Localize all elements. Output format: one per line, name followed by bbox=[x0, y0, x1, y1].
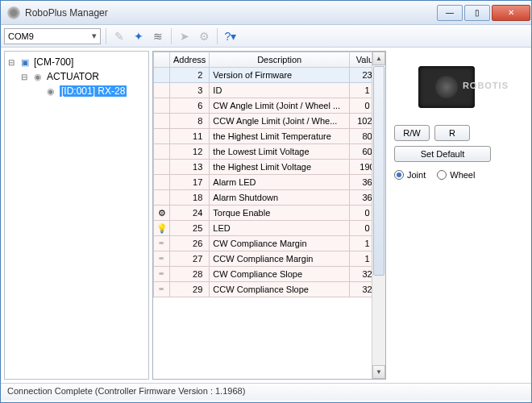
joint-label: Joint bbox=[407, 170, 426, 180]
row-icon bbox=[154, 83, 170, 98]
cell-description: CCW Compliance Margin bbox=[210, 251, 350, 267]
table-row[interactable]: 8CCW Angle Limit (Joint / Whe...1023 bbox=[154, 114, 385, 129]
scroll-down-icon[interactable]: ▼ bbox=[372, 365, 385, 379]
tree-actuator[interactable]: ⊟ ◉ ACTUATOR bbox=[6, 69, 147, 84]
table-row[interactable]: ≡26CW Compliance Margin1 bbox=[154, 236, 385, 251]
collapse-icon[interactable]: ⊟ bbox=[19, 73, 29, 81]
tree-actuator-label: ACTUATOR bbox=[47, 71, 99, 82]
row-icon bbox=[154, 175, 170, 190]
row-icon: ⚙ bbox=[154, 206, 170, 221]
row-icon bbox=[154, 68, 170, 83]
vertical-scrollbar[interactable]: ▲ ▼ bbox=[372, 52, 385, 379]
joint-radio[interactable]: Joint bbox=[394, 170, 426, 180]
cell-description: the Highest Limit Voltage bbox=[210, 160, 350, 175]
cell-address: 11 bbox=[170, 129, 210, 144]
table-row[interactable]: ≡29CCW Compliance Slope32 bbox=[154, 282, 385, 297]
cell-address: 27 bbox=[170, 251, 210, 267]
radio-dot-icon bbox=[437, 170, 447, 180]
cell-description: Torque Enable bbox=[210, 206, 350, 221]
window-title: RoboPlus Manager bbox=[25, 7, 436, 19]
cell-address: 18 bbox=[170, 190, 210, 206]
device-icon: ◉ bbox=[44, 85, 57, 97]
table-row[interactable]: 11the Highest Limit Temperature80 bbox=[154, 129, 385, 144]
row-icon bbox=[154, 190, 170, 206]
register-table: Address Description Value 2Version of Fi… bbox=[152, 51, 386, 380]
row-icon: 💡 bbox=[154, 221, 170, 236]
table-row[interactable]: 12the Lowest Limit Voltage60 bbox=[154, 144, 385, 160]
detail-panel: ROBOTIS R/W R Set Default Joint Wheel bbox=[386, 51, 531, 380]
wheel-radio[interactable]: Wheel bbox=[437, 170, 475, 180]
cell-description: CCW Compliance Slope bbox=[210, 282, 350, 297]
table-row[interactable]: ≡27CCW Compliance Margin1 bbox=[154, 251, 385, 267]
row-icon bbox=[154, 98, 170, 114]
maximize-button[interactable]: ▯ bbox=[464, 5, 490, 21]
close-button[interactable]: ✕ bbox=[492, 5, 530, 21]
set-default-button[interactable]: Set Default bbox=[394, 146, 491, 162]
cell-description: CW Compliance Slope bbox=[210, 267, 350, 282]
row-icon bbox=[154, 129, 170, 144]
scroll-thumb[interactable] bbox=[373, 66, 384, 276]
tree-root-label: [CM-700] bbox=[34, 56, 73, 68]
cell-description: CW Compliance Margin bbox=[210, 236, 350, 251]
table-row[interactable]: 6CW Angle Limit (Joint / Wheel ...0 bbox=[154, 98, 385, 114]
row-icon: ≡ bbox=[154, 236, 170, 251]
cell-address: 26 bbox=[170, 236, 210, 251]
tool1-icon[interactable]: ✦ bbox=[131, 28, 147, 44]
device-tree[interactable]: ⊟ ▣ [CM-700] ⊟ ◉ ACTUATOR ◉ [ID:001] RX-… bbox=[4, 51, 149, 380]
connect-icon[interactable]: ✎ bbox=[111, 28, 127, 44]
minimize-button[interactable]: — bbox=[437, 5, 463, 21]
col-description[interactable]: Description bbox=[210, 52, 350, 68]
port-combo[interactable]: COM9 bbox=[4, 28, 101, 44]
table-row[interactable]: 2Version of Firmware23 bbox=[154, 68, 385, 83]
cell-address: 25 bbox=[170, 221, 210, 236]
table-row[interactable]: 17Alarm LED36 bbox=[154, 175, 385, 190]
device-icon: ◉ bbox=[31, 71, 44, 82]
cell-description: ID bbox=[210, 83, 350, 98]
tree-device-label: [ID:001] RX-28 bbox=[60, 85, 127, 97]
table-row[interactable]: ⚙24Torque Enable0 bbox=[154, 206, 385, 221]
tool3-icon[interactable]: ➤ bbox=[177, 28, 193, 44]
cell-description: LED bbox=[210, 221, 350, 236]
controller-icon: ▣ bbox=[19, 56, 31, 68]
table-row[interactable]: 18Alarm Shutdown36 bbox=[154, 190, 385, 206]
status-text: Connection Complete (Controller Firmware… bbox=[7, 386, 245, 396]
cell-description: Alarm Shutdown bbox=[210, 190, 350, 206]
table-row[interactable]: 3ID1 bbox=[154, 83, 385, 98]
cell-address: 6 bbox=[170, 98, 210, 114]
tool4-icon[interactable]: ⚙ bbox=[196, 28, 212, 44]
port-value: COM9 bbox=[8, 31, 34, 41]
table-row[interactable]: 💡25LED0 bbox=[154, 221, 385, 236]
cell-address: 24 bbox=[170, 206, 210, 221]
app-icon bbox=[7, 6, 20, 19]
tree-device[interactable]: ◉ [ID:001] RX-28 bbox=[6, 84, 147, 98]
row-icon bbox=[154, 114, 170, 129]
titlebar: RoboPlus Manager — ▯ ✕ bbox=[1, 1, 531, 25]
r-button[interactable]: R bbox=[434, 125, 470, 141]
scroll-up-icon[interactable]: ▲ bbox=[372, 52, 385, 65]
cell-address: 2 bbox=[170, 68, 210, 83]
cell-description: the Highest Limit Temperature bbox=[210, 129, 350, 144]
row-icon: ≡ bbox=[154, 282, 170, 297]
cell-address: 3 bbox=[170, 83, 210, 98]
help-icon[interactable]: ?▾ bbox=[222, 28, 239, 44]
status-bar: Connection Complete (Controller Firmware… bbox=[1, 383, 531, 401]
cell-address: 28 bbox=[170, 267, 210, 282]
cell-description: Version of Firmware bbox=[210, 68, 350, 83]
tool2-icon[interactable]: ≋ bbox=[150, 28, 166, 44]
product-logo: ROBOTIS bbox=[463, 81, 509, 90]
row-icon bbox=[154, 144, 170, 160]
product-image: ROBOTIS bbox=[394, 56, 499, 118]
col-address[interactable]: Address bbox=[170, 52, 210, 68]
cell-address: 29 bbox=[170, 282, 210, 297]
rw-button[interactable]: R/W bbox=[394, 125, 430, 141]
cell-address: 12 bbox=[170, 144, 210, 160]
collapse-icon[interactable]: ⊟ bbox=[6, 58, 16, 67]
cell-address: 17 bbox=[170, 175, 210, 190]
wheel-label: Wheel bbox=[450, 170, 475, 180]
table-row[interactable]: 13the Highest Limit Voltage190 bbox=[154, 160, 385, 175]
table-row[interactable]: ≡28CW Compliance Slope32 bbox=[154, 267, 385, 282]
cell-description: the Lowest Limit Voltage bbox=[210, 144, 350, 160]
radio-dot-icon bbox=[394, 170, 404, 180]
tree-root[interactable]: ⊟ ▣ [CM-700] bbox=[6, 55, 147, 69]
cell-address: 13 bbox=[170, 160, 210, 175]
